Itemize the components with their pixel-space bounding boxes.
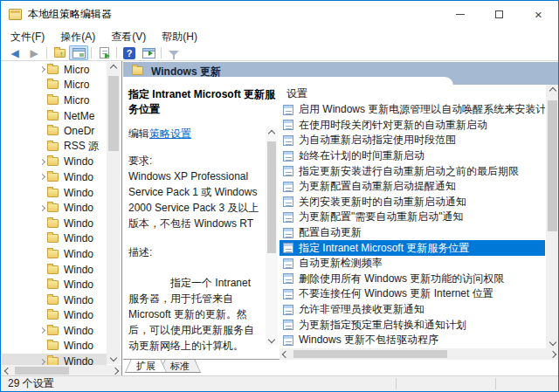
up-one-level-button[interactable]: ↑ [50,45,69,60]
tree-item[interactable]: Windo [2,185,107,201]
tree-item[interactable]: OneDr [2,123,107,139]
scroll-down-icon[interactable] [107,355,121,361]
tree-item[interactable]: Windo [2,339,107,354]
description-vertical-scrollbar[interactable] [266,128,278,345]
settings-row-label: 不要连接任何 Windows 更新 Internet 位置 [299,286,493,301]
scroll-up-icon[interactable] [107,65,121,71]
tree-item[interactable]: Micro [2,93,107,108]
export-list-button[interactable] [94,45,114,60]
scrollbar-thumb[interactable] [267,141,276,253]
tree-item[interactable]: Windo [2,200,107,216]
settings-row-label: 为更新配置"需要自动重新启动"通知 [299,210,464,224]
chevron-right-icon[interactable] [38,205,45,211]
scroll-up-icon[interactable] [546,88,559,93]
tree-item[interactable]: Windo [2,308,107,324]
settings-row[interactable]: 自动更新检测频率 [280,256,545,272]
maximize-button[interactable] [480,1,519,28]
settings-row[interactable]: 始终在计划的时间重新启动 [280,148,545,164]
policy-description-pane: 编辑策略设置 要求: Windows XP Professional Servi… [128,126,263,351]
tree-item[interactable]: Windo [2,231,107,247]
show-console-tree-button[interactable] [69,45,88,60]
settings-row[interactable]: 删除使用所有 Windows 更新功能的访问权限 [280,272,545,287]
minimize-button[interactable] [440,1,480,28]
tree-item-label: Windo [64,264,93,276]
tree-item[interactable]: Windo [2,292,107,308]
tree-item[interactable]: Windo [2,155,107,170]
policy-icon [283,135,293,146]
policy-icon [283,212,293,223]
scrollbar-thumb[interactable] [108,76,119,151]
chevron-right-icon[interactable] [38,174,45,180]
scrollbar-thumb[interactable] [548,100,557,231]
tree-item[interactable]: Micro [2,62,107,78]
settings-row[interactable]: 为更新配置"需要自动重新启动"通知 [280,210,545,225]
forward-button[interactable]: ▶ [24,45,44,60]
show-action-pane-button[interactable] [139,45,158,60]
help-button[interactable]: ? [120,45,139,60]
tree-item[interactable]: Micro [2,78,107,93]
filter-button[interactable] [164,45,183,60]
scroll-left-icon[interactable] [283,348,288,360]
settings-row[interactable]: 为自动重新启动指定使用时段范围 [280,133,545,148]
back-button[interactable]: ◀ [5,45,24,60]
settings-row[interactable]: 为更新配置自动重新启动提醒通知 [280,179,545,195]
tree-item[interactable]: Windo [2,262,107,278]
tree-item[interactable]: NetMe [2,108,107,124]
folder-icon [47,341,59,350]
chevron-right-icon[interactable] [38,327,45,334]
toolbar-separator [116,47,117,58]
menu-item-help[interactable]: 帮助(H) [154,28,205,46]
tree-item-label: Windo [64,202,93,214]
scroll-down-icon[interactable] [266,337,278,342]
title-bar[interactable]: 本地组策略编辑器 × [1,1,558,28]
close-button[interactable]: × [519,1,558,28]
local-group-policy-editor-window: 本地组策略编辑器 × 文件(F)操作(A)查看(V)帮助(H) ◀▶↑? Mic… [0,0,559,392]
tree-item[interactable]: Windo [2,246,107,262]
description-paragraph-1: 指定一个 Intranet 服务器，用于托管来自 Microsoft 更新的更新… [128,275,263,351]
settings-row[interactable]: 不要连接任何 Windows 更新 Internet 位置 [280,286,545,302]
menu-item-file[interactable]: 文件(F) [3,28,52,46]
tab-extended[interactable]: 扩展 [125,360,167,373]
edit-policy-setting-link[interactable]: 策略设置 [149,127,191,140]
tree-item[interactable]: RSS 源 [2,139,107,155]
scroll-right-icon[interactable] [550,348,556,360]
chevron-right-icon[interactable] [38,66,45,72]
scroll-up-icon[interactable] [266,131,278,136]
settings-row[interactable]: 启用 Windows 更新电源管理以自动唤醒系统来安装计划的... [280,102,545,118]
tree-item[interactable]: Windo [2,277,107,292]
settings-row[interactable]: Windows 更新不包括驱动程序 [280,333,545,348]
folder-icon [47,296,59,305]
settings-row-label: 自动更新检测频率 [299,256,383,271]
policy-icon [283,335,293,346]
toolbar: ◀▶↑? [1,45,558,61]
scroll-down-icon[interactable] [546,340,559,345]
settings-row[interactable]: 指定更新安装进行自动重新启动之前的最后期限 [280,163,545,179]
settings-row[interactable]: 为更新指定预定重启转换和通知计划 [280,317,545,333]
settings-horizontal-scrollbar[interactable] [280,348,559,360]
tree-vertical-scrollbar[interactable] [107,62,121,364]
tree-item-label: Micro [64,79,89,91]
settings-row[interactable]: 配置自动更新 [280,225,545,241]
menu-item-view[interactable]: 查看(V) [103,28,154,46]
tab-label: 标准 [170,360,190,373]
expander-slot [37,175,47,179]
folder-icon [47,80,59,89]
scrollbar-thumb[interactable] [15,367,69,375]
chevron-right-icon[interactable] [38,159,45,165]
settings-row[interactable]: 在使用时段关闭针对更新的自动重新启动 [280,118,545,134]
settings-vertical-scrollbar[interactable] [546,85,559,348]
tree-item[interactable]: Windo [2,169,107,185]
settings-row-label: 为自动重新启动指定使用时段范围 [299,133,456,148]
tree-item[interactable]: Windo [2,323,107,339]
tree-item[interactable]: Windo [2,216,107,231]
settings-column-header[interactable]: 设置 [286,86,307,101]
chevron-right-icon[interactable] [38,359,45,365]
settings-row-label: 指定 Intranet Microsoft 更新服务位置 [299,241,469,256]
settings-row[interactable]: 允许非管理员接收更新通知 [280,302,545,318]
filter-icon [169,51,179,56]
close-icon: × [535,8,542,21]
menu-item-action[interactable]: 操作(A) [52,28,103,46]
scrollbar-thumb[interactable] [293,350,447,358]
settings-row[interactable]: 关闭安装更新时的自动重新启动通知 [280,195,545,210]
settings-row[interactable]: 指定 Intranet Microsoft 更新服务位置 [280,240,545,256]
